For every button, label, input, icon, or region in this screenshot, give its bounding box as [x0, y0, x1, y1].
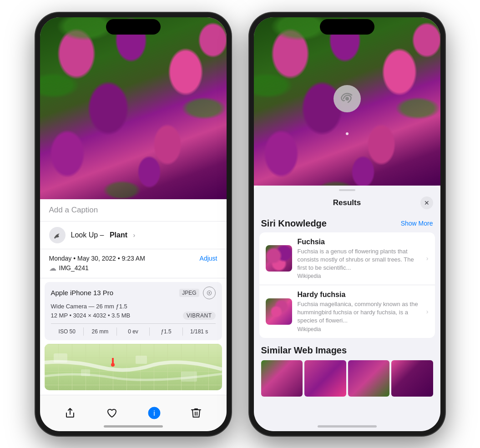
left-phone: Add a Caption Look Up – Plant › Monday •…: [35, 13, 231, 436]
wide-camera-label: Wide Camera — 26 mm ƒ1.5: [51, 303, 216, 310]
photo-area[interactable]: [40, 17, 227, 199]
sheet-header: Results ✕: [254, 195, 440, 215]
similar-image-2[interactable]: [304, 360, 346, 397]
info-button[interactable]: i: [144, 403, 164, 423]
exif-iso: ISO 50: [51, 327, 84, 336]
meta-section: Monday • May 30, 2022 • 9:23 AM Adjust ☁…: [40, 249, 227, 278]
right-phone: Results ✕ Siri Knowledge Show More Fuchs…: [249, 13, 445, 436]
camera-section: Apple iPhone 13 Pro JPEG Wide Camera — 2…: [45, 282, 222, 340]
sheet-handle: [339, 189, 355, 191]
right-screen: Results ✕ Siri Knowledge Show More Fuchs…: [254, 17, 440, 431]
adjust-button[interactable]: Adjust: [200, 255, 217, 262]
meta-date: Monday • May 30, 2022 • 9:23 AM: [49, 255, 145, 262]
favorite-button[interactable]: [102, 403, 122, 423]
similar-image-3[interactable]: [348, 360, 390, 397]
similar-section: Similar Web Images: [254, 342, 440, 400]
similar-images: [261, 360, 433, 397]
hardy-fuchsia-thumbnail: [266, 298, 292, 325]
svg-rect-4: [136, 356, 147, 364]
exif-focal: 26 mm: [84, 327, 117, 336]
svg-point-11: [155, 408, 157, 411]
siri-button[interactable]: [333, 85, 361, 112]
fuchsia-content: Fuchsia Fuchsia is a genus of flowering …: [298, 238, 421, 280]
exif-row: ISO 50 26 mm 0 ev ƒ1.5 1/181 s: [51, 323, 216, 336]
result-item-hardy-fuchsia[interactable]: Hardy fuchsia Fuchsia magellanica, commo…: [259, 285, 435, 338]
similar-image-4[interactable]: [391, 360, 433, 397]
lookup-label: Look Up – Plant ›: [71, 231, 136, 239]
right-photo-area: [254, 17, 440, 186]
result-item-fuchsia[interactable]: Fuchsia Fuchsia is a genus of flowering …: [259, 232, 435, 286]
similar-image-1[interactable]: [261, 360, 303, 397]
hardy-fuchsia-source: Wikipedia: [298, 326, 421, 332]
camera-model: Apple iPhone 13 Pro: [51, 289, 114, 297]
svg-point-1: [208, 292, 210, 294]
right-dynamic-island: [320, 19, 374, 35]
svg-rect-2: [54, 353, 67, 362]
svg-rect-7: [112, 358, 114, 365]
dynamic-island: [106, 19, 161, 35]
svg-point-12: [345, 97, 349, 101]
exif-ev: 0 ev: [117, 327, 150, 336]
home-indicator: [104, 425, 163, 428]
siri-knowledge-header: Siri Knowledge Show More: [254, 215, 440, 232]
svg-rect-3: [81, 369, 90, 376]
siri-knowledge-title: Siri Knowledge: [261, 218, 327, 229]
share-button[interactable]: [60, 403, 80, 423]
sheet-title: Results: [274, 198, 420, 207]
filename: IMG_4241: [59, 264, 89, 272]
hardy-fuchsia-content: Hardy fuchsia Fuchsia magellanica, commo…: [298, 291, 421, 332]
show-more-button[interactable]: Show More: [401, 220, 433, 227]
siri-knowledge-card: Fuchsia Fuchsia is a genus of flowering …: [259, 232, 435, 338]
left-screen: Add a Caption Look Up – Plant › Monday •…: [40, 17, 227, 431]
vibrant-badge: VIBRANT: [183, 312, 216, 320]
exif-aperture: ƒ1.5: [150, 327, 183, 336]
right-home-indicator: [318, 425, 377, 428]
svg-rect-5: [181, 372, 197, 382]
lookup-icon: [49, 227, 66, 243]
cloud-icon: ☁: [49, 264, 56, 272]
hardy-fuchsia-chevron: ›: [426, 308, 429, 315]
camera-specs: 12 MP • 3024 × 4032 • 3.5 MB: [51, 312, 131, 319]
caption-placeholder[interactable]: Add a Caption: [49, 206, 98, 214]
fuchsia-chevron: ›: [426, 255, 429, 262]
caption-area[interactable]: Add a Caption: [40, 199, 227, 221]
trash-button[interactable]: [186, 403, 206, 423]
siri-dot: [346, 132, 349, 135]
fuchsia-desc: Fuchsia is a genus of flowering plants t…: [298, 247, 421, 272]
close-button[interactable]: ✕: [420, 196, 433, 209]
location-icon-circle: [203, 287, 216, 299]
results-sheet: Results ✕ Siri Knowledge Show More Fuchs…: [254, 186, 440, 431]
fuchsia-thumbnail: [266, 245, 292, 272]
fuchsia-name: Fuchsia: [298, 238, 421, 246]
format-badge: JPEG: [179, 289, 199, 297]
exif-shutter: 1/181 s: [183, 327, 216, 336]
lookup-row[interactable]: Look Up – Plant ›: [40, 221, 227, 249]
hardy-fuchsia-name: Hardy fuchsia: [298, 291, 421, 299]
hardy-fuchsia-desc: Fuchsia magellanica, commonly known as t…: [298, 300, 421, 325]
similar-title: Similar Web Images: [261, 345, 433, 356]
map-area[interactable]: [45, 344, 222, 390]
fuchsia-source: Wikipedia: [298, 273, 421, 279]
